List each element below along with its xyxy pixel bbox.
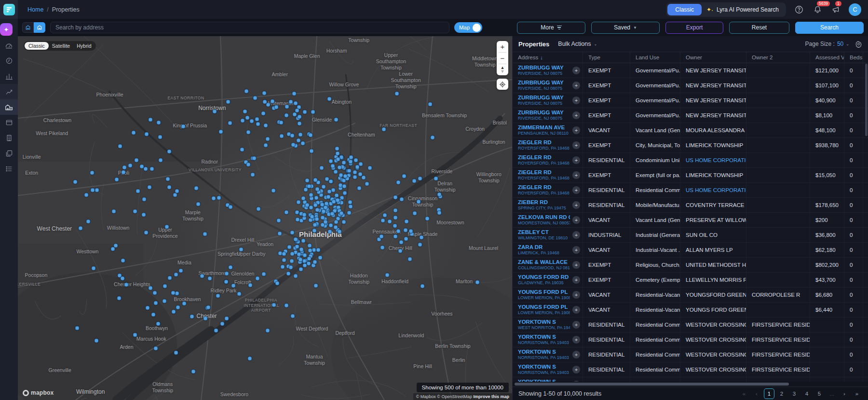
property-marker[interactable]: [117, 296, 121, 301]
property-marker[interactable]: [358, 162, 363, 166]
property-marker[interactable]: [309, 206, 313, 210]
property-marker[interactable]: [403, 228, 407, 233]
property-marker[interactable]: [348, 200, 352, 204]
property-marker[interactable]: [332, 199, 336, 204]
property-marker[interactable]: [295, 108, 299, 112]
property-marker[interactable]: [181, 124, 185, 128]
property-marker[interactable]: [292, 92, 296, 96]
property-marker[interactable]: [144, 230, 148, 234]
property-marker[interactable]: [303, 253, 307, 258]
breadcrumb-home-link[interactable]: Home: [27, 6, 43, 13]
address-link[interactable]: ZIEBER RD: [518, 199, 566, 206]
add-to-list-button[interactable]: +: [572, 381, 580, 382]
property-marker[interactable]: [287, 245, 291, 249]
property-marker[interactable]: [396, 229, 400, 233]
property-marker[interactable]: [173, 193, 177, 197]
property-marker[interactable]: [114, 177, 119, 181]
property-marker[interactable]: [303, 110, 307, 114]
property-marker[interactable]: [385, 273, 389, 277]
property-marker[interactable]: [348, 204, 353, 208]
address-link[interactable]: YORKTOWN S: [518, 364, 569, 370]
property-marker[interactable]: [314, 196, 318, 200]
property-marker[interactable]: [248, 283, 253, 288]
property-marker[interactable]: [342, 184, 346, 188]
property-marker[interactable]: [243, 110, 247, 114]
property-marker[interactable]: [343, 174, 347, 179]
property-marker[interactable]: [315, 207, 320, 212]
property-marker[interactable]: [380, 246, 385, 250]
property-marker[interactable]: [248, 357, 252, 361]
add-to-list-button[interactable]: +: [572, 156, 580, 164]
address-link[interactable]: ZIEGLER RD: [518, 169, 570, 176]
table-row[interactable]: ZIEGLER RDROYERSFORD, PA 19468+EXEMPTCit…: [513, 138, 868, 153]
address-link[interactable]: YOUNGS FORD PL: [518, 289, 570, 295]
address-link[interactable]: YOUNGS FORD RD: [518, 274, 569, 280]
property-marker[interactable]: [301, 239, 305, 243]
property-marker[interactable]: [316, 248, 320, 252]
property-marker[interactable]: [334, 220, 339, 224]
page-button-5[interactable]: 5: [814, 388, 825, 399]
property-marker[interactable]: [418, 243, 422, 247]
improve-map-link[interactable]: Improve this map: [473, 394, 509, 399]
property-marker[interactable]: [156, 120, 161, 124]
property-marker[interactable]: [306, 261, 311, 265]
property-marker[interactable]: [78, 226, 82, 231]
zoom-in-button[interactable]: +: [497, 41, 508, 52]
property-marker[interactable]: [226, 99, 230, 104]
table-row[interactable]: ZIEGLER RDROYERSFORD, PA 19468+RESIDENTI…: [513, 183, 868, 198]
property-marker[interactable]: [290, 133, 295, 138]
property-marker[interactable]: [396, 180, 400, 184]
property-marker[interactable]: [334, 117, 339, 122]
property-marker[interactable]: [330, 211, 334, 216]
property-marker[interactable]: [335, 147, 339, 151]
property-marker[interactable]: [393, 234, 398, 239]
property-marker[interactable]: [398, 248, 402, 253]
property-marker[interactable]: [154, 301, 158, 305]
property-marker[interactable]: [434, 176, 438, 180]
help-button[interactable]: [794, 4, 804, 15]
property-marker[interactable]: [255, 117, 259, 122]
map-style-hybrid[interactable]: Hybrid: [73, 42, 95, 50]
property-marker[interactable]: [297, 252, 301, 257]
property-marker[interactable]: [225, 316, 229, 320]
notifications-button[interactable]: 5639: [812, 4, 823, 15]
property-marker[interactable]: [299, 267, 303, 271]
property-marker[interactable]: [379, 234, 383, 239]
property-marker[interactable]: [353, 158, 358, 162]
add-to-list-button[interactable]: +: [572, 261, 580, 269]
property-marker[interactable]: [176, 305, 180, 309]
property-marker[interactable]: [163, 284, 167, 288]
property-marker[interactable]: [296, 217, 300, 221]
table-row[interactable]: ZURBRUGG WAYRIVERSIDE, NJ 08075+EXEMPTGo…: [513, 93, 868, 108]
property-marker[interactable]: [165, 225, 169, 229]
address-link[interactable]: ZANE & WALLACE: [518, 259, 570, 265]
property-marker[interactable]: [313, 260, 317, 264]
property-marker[interactable]: [128, 163, 133, 167]
table-row[interactable]: ZIMMERMAN AVEPENNSAUKEN, NJ 08110+VACANT…: [513, 123, 868, 138]
page-button-4[interactable]: 4: [801, 388, 812, 399]
address-link[interactable]: ZIEGLER RD: [518, 154, 570, 161]
property-marker[interactable]: [323, 220, 327, 224]
property-marker[interactable]: [271, 189, 276, 193]
property-marker[interactable]: [216, 294, 220, 298]
property-marker[interactable]: [301, 141, 305, 146]
property-marker[interactable]: [393, 216, 397, 220]
add-to-list-button[interactable]: +: [572, 351, 580, 359]
property-marker[interactable]: [121, 276, 125, 281]
property-marker[interactable]: [144, 166, 148, 171]
column-header-e[interactable]: E: [863, 52, 868, 63]
property-marker[interactable]: [296, 138, 300, 142]
property-marker[interactable]: [264, 143, 268, 148]
property-marker[interactable]: [228, 121, 232, 125]
property-marker[interactable]: [154, 346, 158, 351]
table-row[interactable]: ZURBRUGG WAYRIVERSIDE, NJ 08075+EXEMPTGo…: [513, 63, 868, 78]
property-marker[interactable]: [276, 218, 281, 222]
address-link[interactable]: ZEBLEY CT: [518, 229, 568, 235]
table-row[interactable]: YOUNGS FORD RDGLADWYNE, PA 19035+EXEMPTC…: [513, 273, 868, 288]
owner-link[interactable]: US HOME CORPORATION: [686, 187, 746, 193]
property-marker[interactable]: [220, 321, 225, 326]
property-marker[interactable]: [314, 284, 318, 288]
property-marker[interactable]: [278, 231, 282, 235]
property-marker[interactable]: [174, 272, 178, 276]
sidebar-item-properties[interactable]: [0, 99, 18, 115]
